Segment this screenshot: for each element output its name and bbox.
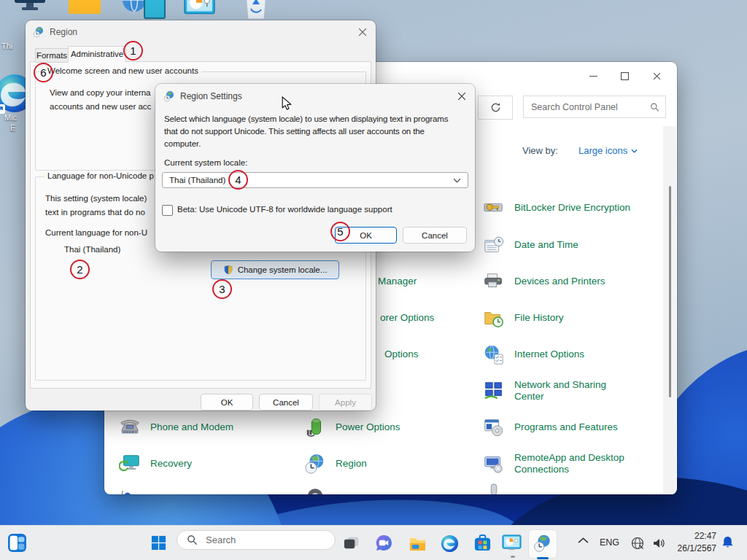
remoteapp-icon <box>483 453 505 475</box>
control-panel-icon <box>502 533 522 553</box>
tab-formats[interactable]: Formats <box>35 48 69 63</box>
cp-item-remoteapp[interactable]: RemoteApp and Desktop Connections <box>483 452 637 475</box>
this-pc-label[interactable]: Thi <box>1 42 12 50</box>
this-pc-icon[interactable] <box>13 0 47 18</box>
file-explorer-button[interactable] <box>409 534 427 553</box>
cp-item-power-options[interactable]: Power Options <box>304 416 400 439</box>
cp-item-label[interactable]: BitLocker Drive Encryption <box>514 202 630 214</box>
view-by-value[interactable]: Large icons <box>578 145 627 156</box>
bitlocker-icon <box>483 197 505 219</box>
widgets-button[interactable] <box>7 533 27 553</box>
current-system-locale-label: Current system locale: <box>164 158 247 167</box>
cp-item-label[interactable]: Date and Time <box>514 239 578 251</box>
close-button[interactable] <box>646 66 667 85</box>
change-system-locale-button[interactable]: Change system locale... <box>211 260 339 279</box>
folder-icon[interactable] <box>67 0 102 18</box>
apply-button[interactable]: Apply <box>319 394 372 411</box>
tab-administrative[interactable]: Administrative <box>68 46 126 63</box>
chevron-down-icon <box>631 149 638 153</box>
cp-item-programs-features[interactable]: Programs and Features <box>483 416 618 439</box>
refresh-button[interactable] <box>478 96 513 120</box>
programs-features-icon <box>483 416 505 438</box>
security-maintenance-icon[interactable] <box>119 481 141 494</box>
cp-item-label[interactable]: File History <box>514 312 564 324</box>
minimize-icon <box>589 72 597 80</box>
chevron-up-icon <box>578 537 589 544</box>
sound-icon[interactable] <box>304 481 326 494</box>
date: 26/1/2567 <box>662 542 716 555</box>
active-indicator <box>537 557 549 559</box>
cp-item-label[interactable]: Power Options <box>336 421 400 433</box>
start-button[interactable] <box>150 534 167 551</box>
chevron-down-icon <box>453 178 461 183</box>
description-line2: that do not support Unicode. This settin… <box>164 127 425 136</box>
chat-button[interactable] <box>375 534 393 552</box>
cancel-button[interactable]: Cancel <box>403 227 467 244</box>
control-panel-button[interactable] <box>502 533 522 553</box>
cp-item-recovery[interactable]: Recovery <box>119 452 192 475</box>
network-button[interactable] <box>630 536 645 551</box>
button-label: Change system locale... <box>238 265 328 274</box>
tray-expand-button[interactable] <box>578 537 589 544</box>
ok-button[interactable]: OK <box>201 394 253 411</box>
cp-item-label[interactable]: Network and Sharing Center <box>514 379 637 402</box>
edge-label-line2[interactable]: E <box>10 123 15 132</box>
cp-item-label-partial[interactable]: Manager <box>378 276 417 287</box>
scrollbar-thumb[interactable] <box>669 186 671 397</box>
edge-button[interactable] <box>441 534 459 553</box>
close-button[interactable] <box>352 23 373 41</box>
cp-item-label[interactable]: Region <box>336 458 367 470</box>
cp-item-region[interactable]: Region <box>304 452 367 475</box>
annotation-step-1: 1 <box>123 41 143 61</box>
maximize-button[interactable] <box>614 66 635 85</box>
edge-icon <box>441 534 459 553</box>
cp-item-label-partial[interactable]: Options <box>384 349 419 359</box>
cp-item-label[interactable]: Recovery <box>150 458 192 470</box>
language-indicator[interactable]: ENG <box>600 537 619 548</box>
minimize-button[interactable] <box>582 66 604 85</box>
cp-item-label[interactable]: Internet Options <box>514 349 584 360</box>
search-icon <box>650 102 659 112</box>
notifications-button[interactable] <box>721 535 735 549</box>
cp-item-label[interactable]: RemoteApp and Desktop Connections <box>514 452 637 475</box>
scrollbar[interactable] <box>663 126 676 494</box>
cp-item-devices-printers[interactable]: Devices and Printers <box>483 270 605 293</box>
cp-item-label[interactable]: Programs and Features <box>514 421 618 433</box>
store-button[interactable] <box>473 534 492 552</box>
taskbar-search-box[interactable] <box>177 530 336 550</box>
system-locale-dropdown[interactable]: Thai (Thailand) <box>162 172 468 188</box>
annotation-step-2: 2 <box>70 260 90 279</box>
region-app-icon <box>33 26 44 41</box>
cp-item-date-time[interactable]: Date and Time <box>483 233 578 257</box>
cp-item-label-partial[interactable]: orer Options <box>380 312 434 323</box>
cp-item-phone-modem[interactable]: Phone and Modem <box>119 416 233 439</box>
search-input[interactable] <box>530 101 650 113</box>
cp-item-bitlocker[interactable]: BitLocker Drive Encryption <box>483 196 630 219</box>
current-language-value: Thai (Thailand) <box>64 245 120 254</box>
cp-item-network-sharing[interactable]: Network and Sharing Center <box>483 379 637 402</box>
region-icon <box>304 453 326 475</box>
cp-item-file-history[interactable]: File History <box>483 306 564 330</box>
monitor-icon[interactable] <box>144 0 166 19</box>
taskbar-search-input[interactable] <box>204 534 309 546</box>
speech-recognition-icon[interactable] <box>483 481 505 494</box>
close-icon <box>358 28 367 36</box>
control-panel-search-box[interactable] <box>523 96 666 118</box>
beta-utf8-checkbox[interactable] <box>162 205 173 216</box>
clock[interactable]: 22:47 26/1/2567 <box>662 530 716 555</box>
cp-item-internet-options[interactable]: Internet Options <box>483 343 584 366</box>
cp-item-label[interactable]: Devices and Printers <box>514 276 605 287</box>
file-explorer-icon <box>409 534 427 553</box>
region-taskbar-button[interactable] <box>533 534 552 553</box>
cancel-button[interactable]: Cancel <box>259 394 313 411</box>
welcome-text-line2: accounts and new user acc <box>50 102 151 111</box>
mouse-cursor-icon <box>282 96 293 114</box>
task-view-button[interactable] <box>343 534 360 551</box>
close-button[interactable] <box>452 88 472 105</box>
cp-item-label[interactable]: Phone and Modem <box>150 421 233 433</box>
view-by-dropdown[interactable]: Large icons <box>578 145 638 156</box>
edge-label-line1[interactable]: Mic <box>4 113 17 122</box>
group-title: Welcome screen and new user accounts <box>44 66 201 75</box>
power-options-icon <box>304 416 326 438</box>
view-by-label: View by: <box>522 145 558 156</box>
